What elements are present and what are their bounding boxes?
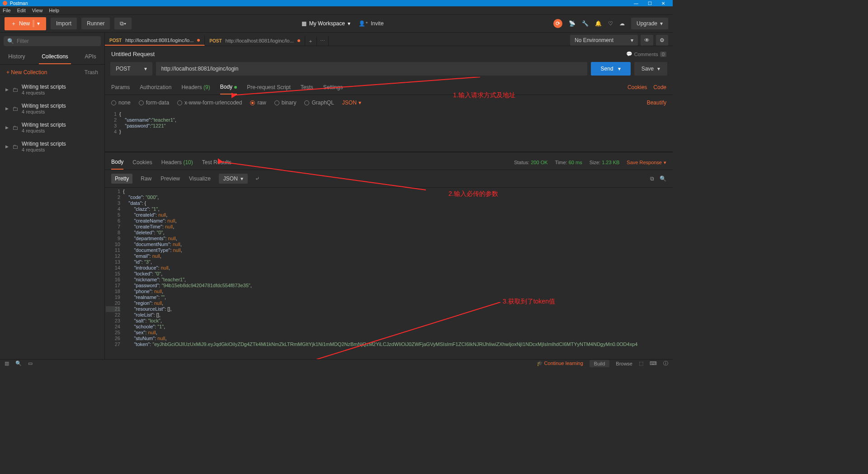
environment-select[interactable]: No Environment▾ bbox=[570, 35, 638, 46]
response-tabs: Body Cookies Headers (10) Test Results S… bbox=[105, 152, 673, 170]
caret-down-icon: ▾ bbox=[657, 66, 660, 72]
body-raw[interactable]: raw bbox=[250, 100, 266, 106]
request-tab[interactable]: POSThttp://localhost:8081/loginc/lo... bbox=[105, 36, 205, 46]
tab-headers[interactable]: Headers (9) bbox=[181, 81, 210, 94]
collection-item[interactable]: ▶🗀Writing test scripts4 requests bbox=[0, 80, 104, 99]
menu-view[interactable]: View bbox=[32, 8, 43, 13]
invite-icon: 👤⁺ bbox=[359, 20, 368, 27]
view-raw[interactable]: Raw bbox=[140, 174, 152, 184]
shortcuts-icon[interactable]: ⌨ bbox=[650, 360, 657, 366]
beautify-link[interactable]: Beautify bbox=[647, 100, 666, 106]
copy-icon[interactable]: ⧉ bbox=[650, 175, 654, 182]
runner-button[interactable]: Runner bbox=[81, 18, 110, 29]
find-icon[interactable]: 🔍 bbox=[15, 360, 22, 366]
satellite-icon[interactable]: 📡 bbox=[569, 20, 576, 27]
url-input[interactable] bbox=[156, 62, 587, 76]
collection-name: Writing test scripts bbox=[22, 84, 66, 90]
request-section-tabs: Params Authorization Headers (9) Body Pr… bbox=[105, 80, 673, 95]
request-body-editor[interactable]: 1234 { "username":"teacher1", "password"… bbox=[105, 110, 673, 152]
close-button[interactable]: ✕ bbox=[656, 1, 670, 6]
cloud-icon[interactable]: ☁ bbox=[619, 20, 625, 27]
body-format-select[interactable]: JSON▾ bbox=[342, 100, 361, 106]
workspace-selector[interactable]: ▦ My Workspace ▾ bbox=[302, 20, 350, 27]
body-none[interactable]: none bbox=[111, 100, 131, 106]
main-toolbar: ＋ New ▾ Import Runner ⧉▾ ▦ My Workspace … bbox=[0, 14, 673, 33]
menu-file[interactable]: File bbox=[3, 8, 11, 13]
app-icon bbox=[3, 1, 7, 5]
filter-input[interactable] bbox=[17, 38, 97, 44]
new-tab-button[interactable]: + bbox=[305, 37, 317, 46]
minimize-button[interactable]: — bbox=[629, 1, 643, 6]
body-graphql[interactable]: GraphQL bbox=[304, 100, 334, 106]
env-preview-icon[interactable]: 👁 bbox=[641, 35, 653, 46]
request-name-row: Untitled Request 💬 Comments 0 bbox=[105, 46, 673, 62]
body-xwww[interactable]: x-www-form-urlencoded bbox=[177, 100, 242, 106]
collection-item[interactable]: ▶🗀Writing test scripts4 requests bbox=[0, 118, 104, 137]
import-button[interactable]: Import bbox=[51, 18, 77, 29]
trash-link[interactable]: Trash bbox=[85, 69, 98, 76]
sidebar-tab-history[interactable]: History bbox=[5, 50, 28, 64]
invite-button[interactable]: 👤⁺ Invite bbox=[359, 20, 384, 27]
body-formdata[interactable]: form-data bbox=[139, 100, 169, 106]
send-button[interactable]: Send ▾ bbox=[591, 62, 631, 76]
menu-help[interactable]: Help bbox=[49, 8, 59, 13]
new-collection-link[interactable]: + New Collection bbox=[6, 69, 47, 76]
chevron-right-icon: ▶ bbox=[5, 87, 9, 92]
open-new-icon[interactable]: ⧉▾ bbox=[114, 18, 132, 29]
tab-settings[interactable]: Settings bbox=[323, 81, 343, 94]
tab-body[interactable]: Body bbox=[220, 80, 237, 95]
build-button[interactable]: Build bbox=[590, 360, 609, 367]
request-name[interactable]: Untitled Request bbox=[111, 51, 155, 57]
caret-down-icon[interactable]: ▾ bbox=[33, 20, 40, 27]
collection-item[interactable]: ▶🗀Writing test scripts4 requests bbox=[0, 137, 104, 156]
view-visualize[interactable]: Visualize bbox=[188, 174, 212, 184]
save-button[interactable]: Save ▾ bbox=[634, 62, 667, 76]
two-pane-icon[interactable]: ⬚ bbox=[639, 360, 643, 366]
bell-icon[interactable]: 🔔 bbox=[595, 20, 602, 27]
window-titlebar: Postman — ☐ ✕ bbox=[0, 0, 673, 6]
upgrade-button[interactable]: Upgrade▾ bbox=[631, 18, 668, 29]
resp-tab-cookies[interactable]: Cookies bbox=[132, 156, 152, 169]
filter-box[interactable]: 🔍 bbox=[4, 36, 101, 46]
response-body-viewer[interactable]: 1234567891011121314151617181920212223242… bbox=[105, 188, 673, 359]
sidebar-toggle-icon[interactable]: ▥ bbox=[5, 360, 9, 366]
menu-edit[interactable]: Edit bbox=[17, 8, 26, 13]
collection-meta: 4 requests bbox=[22, 147, 66, 152]
continue-learning-link[interactable]: 🎓 Continue learning bbox=[537, 360, 583, 366]
body-binary[interactable]: binary bbox=[274, 100, 297, 106]
collection-item[interactable]: ▶🗀Writing test scripts4 requests bbox=[0, 99, 104, 118]
response-format-select[interactable]: JSON▾ bbox=[219, 174, 248, 184]
tab-options-button[interactable]: ⋯ bbox=[317, 36, 329, 46]
tab-params[interactable]: Params bbox=[111, 81, 130, 94]
wrench-icon[interactable]: 🔧 bbox=[582, 20, 589, 27]
caret-down-icon: ▾ bbox=[348, 20, 350, 27]
browse-button[interactable]: Browse bbox=[616, 361, 632, 366]
env-settings-icon[interactable]: ⚙ bbox=[656, 35, 668, 46]
save-response-button[interactable]: Save Response ▾ bbox=[627, 160, 666, 166]
method-select[interactable]: POST ▾ bbox=[110, 62, 152, 76]
tab-prerequest[interactable]: Pre-request Script bbox=[247, 81, 291, 94]
sync-icon[interactable]: ⟳ bbox=[553, 19, 562, 28]
resp-tab-headers[interactable]: Headers (10) bbox=[161, 156, 193, 169]
new-button[interactable]: ＋ New ▾ bbox=[5, 17, 46, 30]
view-pretty[interactable]: Pretty bbox=[111, 174, 132, 184]
main-area: 🔍 History Collections APIs + New Collect… bbox=[0, 33, 673, 359]
sidebar-tab-collections[interactable]: Collections bbox=[39, 50, 71, 64]
dirty-indicator-icon bbox=[297, 39, 300, 42]
code-link[interactable]: Code bbox=[653, 84, 666, 90]
console-icon[interactable]: ▭ bbox=[28, 360, 33, 366]
resp-tab-body[interactable]: Body bbox=[111, 155, 123, 170]
tab-tests[interactable]: Tests bbox=[301, 81, 313, 94]
wordwrap-icon[interactable]: ⤶ bbox=[255, 175, 259, 182]
help-icon[interactable]: ⓘ bbox=[663, 360, 668, 367]
comments-button[interactable]: 💬 Comments 0 bbox=[626, 51, 666, 57]
maximize-button[interactable]: ☐ bbox=[643, 1, 656, 6]
cookies-link[interactable]: Cookies bbox=[627, 84, 647, 90]
request-tab[interactable]: POSThttp://localhost:8081/loginc/lo... bbox=[205, 36, 305, 46]
tab-authorization[interactable]: Authorization bbox=[140, 81, 171, 94]
resp-tab-tests[interactable]: Test Results bbox=[202, 156, 231, 169]
heart-icon[interactable]: ♡ bbox=[608, 20, 613, 27]
view-preview[interactable]: Preview bbox=[160, 174, 181, 184]
search-icon[interactable]: 🔍 bbox=[660, 175, 666, 182]
sidebar-tab-apis[interactable]: APIs bbox=[82, 50, 99, 64]
